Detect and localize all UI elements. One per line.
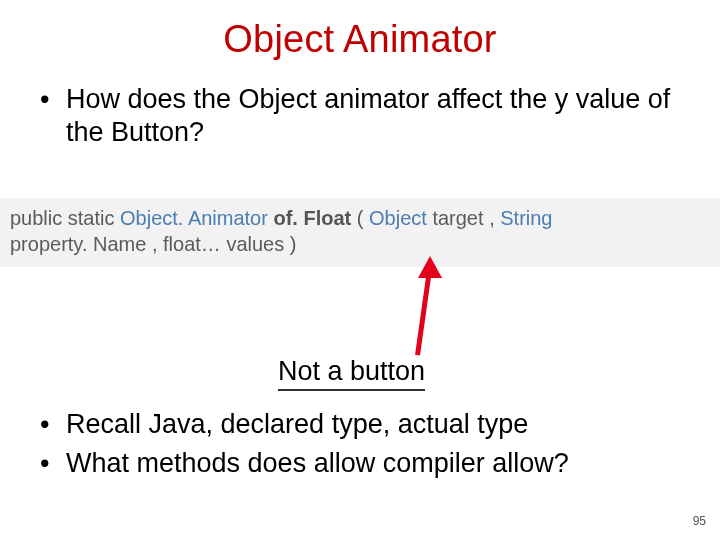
paren-close: ) <box>290 233 297 255</box>
top-bullets: How does the Object animator affect the … <box>36 83 684 149</box>
bullet-item: What methods does allow compiler allow? <box>36 447 684 480</box>
comma: , <box>152 233 163 255</box>
arrow-line-icon <box>415 270 432 356</box>
param-type: Object <box>369 207 427 229</box>
keyword: public static <box>10 207 115 229</box>
page-number: 95 <box>693 514 706 528</box>
slide-title: Object Animator <box>36 18 684 61</box>
bullet-item: How does the Object animator affect the … <box>36 83 684 149</box>
method-name: of. Float <box>273 207 351 229</box>
param-varargs: float… values <box>163 233 284 255</box>
bullet-item: Recall Java, declared type, actual type <box>36 408 684 441</box>
paren-open: ( <box>357 207 364 229</box>
bottom-bullets: Recall Java, declared type, actual type … <box>36 408 684 486</box>
arrow-annotation <box>405 256 465 360</box>
slide: Object Animator How does the Object anim… <box>0 0 720 540</box>
param-name: property. Name <box>10 233 146 255</box>
comma: , <box>489 207 500 229</box>
return-type: Object. Animator <box>120 207 268 229</box>
annotation-label: Not a button <box>278 356 425 391</box>
param-type: String <box>500 207 552 229</box>
code-signature-box: public static Object. Animator of. Float… <box>0 198 720 267</box>
param-name: target <box>432 207 483 229</box>
